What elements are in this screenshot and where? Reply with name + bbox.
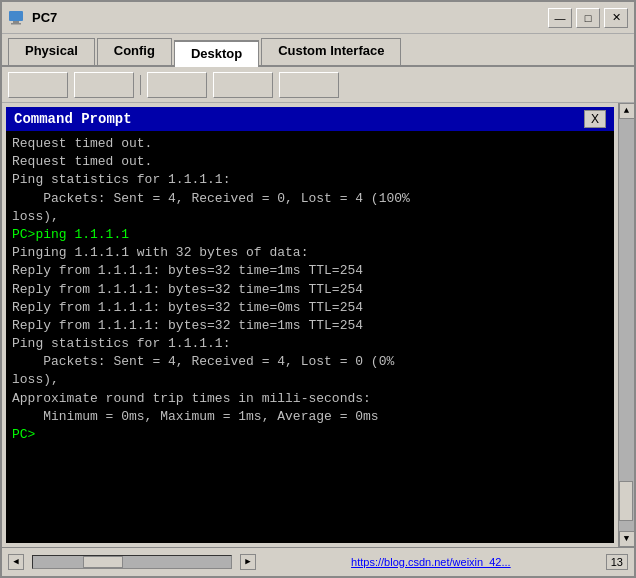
cmd-line: Request timed out. bbox=[12, 153, 608, 171]
tab-desktop[interactable]: Desktop bbox=[174, 40, 259, 67]
toolbar-btn-1[interactable] bbox=[8, 72, 68, 98]
cmd-title: Command Prompt bbox=[14, 111, 132, 127]
cmd-line: PC> bbox=[12, 426, 608, 444]
cmd-line: Reply from 1.1.1.1: bytes=32 time=1ms TT… bbox=[12, 262, 608, 280]
scroll-left-button[interactable]: ◀ bbox=[8, 554, 24, 570]
cmd-line: Ping statistics for 1.1.1.1: bbox=[12, 335, 608, 353]
svg-rect-1 bbox=[13, 21, 19, 23]
tab-custom-interface[interactable]: Custom Interface bbox=[261, 38, 401, 65]
cmd-line: Ping statistics for 1.1.1.1: bbox=[12, 171, 608, 189]
tab-config[interactable]: Config bbox=[97, 38, 172, 65]
cmd-line: PC>ping 1.1.1.1 bbox=[12, 226, 608, 244]
cmd-line: Pinging 1.1.1.1 with 32 bytes of data: bbox=[12, 244, 608, 262]
cmd-line: Reply from 1.1.1.1: bytes=32 time=1ms TT… bbox=[12, 317, 608, 335]
scroll-thumb[interactable] bbox=[619, 481, 633, 521]
close-button[interactable]: ✕ bbox=[604, 8, 628, 28]
scroll-right-button[interactable]: ▶ bbox=[240, 554, 256, 570]
right-scrollbar: ▲ ▼ bbox=[618, 103, 634, 547]
cmd-line: Reply from 1.1.1.1: bytes=32 time=0ms TT… bbox=[12, 299, 608, 317]
scroll-track[interactable] bbox=[619, 119, 634, 531]
main-area: Command Prompt X Request timed out.Reque… bbox=[2, 103, 634, 547]
cmd-line: loss), bbox=[12, 208, 608, 226]
tab-bar: Physical Config Desktop Custom Interface bbox=[2, 34, 634, 67]
tab-physical[interactable]: Physical bbox=[8, 38, 95, 65]
cmd-line: Minimum = 0ms, Maximum = 1ms, Average = … bbox=[12, 408, 608, 426]
toolbar-btn-5[interactable] bbox=[279, 72, 339, 98]
status-url[interactable]: https://blog.csdn.net/weixin_42... bbox=[351, 556, 511, 568]
bottom-scroll-track[interactable] bbox=[32, 555, 232, 569]
toolbar-separator bbox=[140, 75, 141, 95]
minimize-button[interactable]: — bbox=[548, 8, 572, 28]
title-controls: — □ ✕ bbox=[548, 8, 628, 28]
cmd-line: loss), bbox=[12, 371, 608, 389]
title-bar: PC7 — □ ✕ bbox=[2, 2, 634, 34]
title-bar-left: PC7 bbox=[8, 9, 57, 27]
cmd-line: Packets: Sent = 4, Received = 0, Lost = … bbox=[12, 190, 608, 208]
cmd-line: Reply from 1.1.1.1: bytes=32 time=1ms TT… bbox=[12, 281, 608, 299]
window-title: PC7 bbox=[32, 10, 57, 25]
toolbar-btn-2[interactable] bbox=[74, 72, 134, 98]
toolbar-btn-3[interactable] bbox=[147, 72, 207, 98]
cmd-content[interactable]: Request timed out.Request timed out.Ping… bbox=[6, 131, 614, 539]
cmd-window: Command Prompt X Request timed out.Reque… bbox=[2, 103, 618, 547]
svg-rect-2 bbox=[11, 23, 21, 25]
inner-toolbar bbox=[2, 67, 634, 103]
maximize-button[interactable]: □ bbox=[576, 8, 600, 28]
cmd-line: Packets: Sent = 4, Received = 4, Lost = … bbox=[12, 353, 608, 371]
bottom-scroll-thumb[interactable] bbox=[83, 556, 123, 568]
svg-rect-0 bbox=[9, 11, 23, 21]
status-page: 13 bbox=[606, 554, 628, 570]
status-left: ◀ ▶ bbox=[8, 554, 256, 570]
scroll-down-button[interactable]: ▼ bbox=[619, 531, 635, 547]
toolbar-btn-4[interactable] bbox=[213, 72, 273, 98]
pc-icon bbox=[8, 9, 26, 27]
cmd-inner: Command Prompt X Request timed out.Reque… bbox=[6, 107, 614, 543]
cmd-titlebar: Command Prompt X bbox=[6, 107, 614, 131]
scroll-up-button[interactable]: ▲ bbox=[619, 103, 635, 119]
cmd-line: Request timed out. bbox=[12, 135, 608, 153]
cmd-close-button[interactable]: X bbox=[584, 110, 606, 128]
cmd-line: Approximate round trip times in milli-se… bbox=[12, 390, 608, 408]
status-bar: ◀ ▶ https://blog.csdn.net/weixin_42... 1… bbox=[2, 547, 634, 575]
